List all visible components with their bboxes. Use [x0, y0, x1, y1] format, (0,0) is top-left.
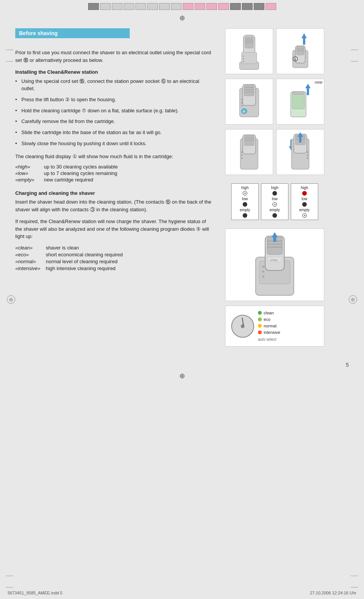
charging-text2: If required, the Clean&Renew station wil… — [15, 218, 214, 240]
normal-label: normal — [264, 324, 277, 328]
eco-label: eco — [264, 317, 271, 322]
fluid-label-low-3: low — [301, 197, 307, 201]
cleaning-table: «clean» shaver is clean «eco» short econ… — [15, 245, 214, 271]
strip-rect — [171, 3, 182, 10]
svg-point-25 — [241, 102, 243, 104]
fluid-display-text: The cleaning fluid display ① will show h… — [15, 153, 214, 160]
svg-point-55 — [262, 275, 264, 278]
svg-point-39 — [241, 154, 243, 156]
page-container: ⊕ Before shaving Prior to first use you … — [0, 0, 364, 599]
install-title: Installing the Clean&Renew station — [15, 69, 214, 75]
svg-point-38 — [241, 151, 243, 153]
level-val: new cartridge required — [44, 177, 214, 183]
footer: 5673451_9585_AMEE.indd 5 27.10.2006 12:2… — [0, 591, 364, 595]
strip-rect-pink — [195, 3, 205, 10]
fluid-label-empty: empty — [240, 208, 250, 212]
indicator-normal: normal — [258, 324, 280, 328]
cleaning-program-indicator: clean eco normal intensive — [225, 306, 324, 346]
levels-table: «high» up to 30 cleaning cycles availabl… — [15, 164, 214, 183]
fluid-label-high: high — [242, 186, 249, 190]
fluid-cell-1: high ✕ low empty — [231, 183, 259, 220]
bullet-item: Using the special cord set ⑱, connect th… — [15, 78, 214, 92]
level-val: up to 7 cleaning cycles remaining — [44, 170, 214, 176]
section-header: Before shaving — [15, 28, 130, 38]
svg-point-53 — [262, 266, 264, 268]
normal-dot — [258, 324, 262, 328]
footer-right: 27.10.2006 12:24:16 Uhr — [310, 591, 356, 595]
clean-dot — [258, 311, 262, 315]
level-key: «empty» — [15, 177, 40, 183]
level-val: up to 30 cleaning cycles available — [44, 164, 214, 170]
page-number-area: 5 — [0, 358, 364, 372]
cleaning-key: «eco» — [15, 252, 42, 257]
intro-text: Prior to first use you must connect the … — [15, 49, 214, 64]
eco-dot — [258, 317, 262, 321]
fluid-dot-empty-2 — [272, 213, 277, 218]
bullet-item: Carefully remove the lid from the cartri… — [15, 118, 214, 125]
charging-title: Charging and cleaning the shaver — [15, 190, 214, 196]
level-key: «low» — [15, 170, 40, 176]
shaver-img-left — [225, 28, 273, 74]
strip-rect-dark — [254, 3, 264, 10]
fluid-dot-empty-blink: ✕ — [302, 213, 307, 218]
svg-text:9: 9 — [243, 110, 245, 113]
margin-mark-right — [351, 61, 358, 62]
indicator-clean: clean — [258, 311, 280, 315]
right-column: 2 — [221, 28, 328, 346]
cleaning-val: shaver is clean — [46, 245, 214, 251]
svg-point-47 — [307, 151, 308, 153]
intensive-label: intensive — [264, 330, 280, 335]
new-label: new — [315, 80, 322, 84]
fluid-label-high-2: high — [271, 186, 279, 190]
cleaning-key: «intensive» — [15, 266, 42, 271]
strip-rect-pink — [218, 3, 229, 10]
fluid-dot-low — [243, 202, 247, 207]
cleaning-row: «eco» short economical cleaning required — [15, 252, 214, 257]
indicator-list: clean eco normal intensive — [258, 311, 280, 342]
svg-point-54 — [262, 270, 264, 273]
svg-text:2: 2 — [294, 58, 296, 61]
strip-rect — [112, 3, 122, 10]
page-number: 5 — [346, 362, 349, 368]
rotary-dial — [231, 315, 254, 338]
install-bullets: Using the special cord set ⑱, connect th… — [15, 78, 214, 147]
margin-mark-right — [351, 50, 358, 50]
illustration-row-1: 2 — [225, 28, 324, 74]
cartridge-img-left: 9 — [225, 79, 273, 125]
svg-point-24 — [241, 99, 243, 100]
cleaning-row: «normal» normal level of cleaning requir… — [15, 259, 214, 264]
footer-left: 5673451_9585_AMEE.indd 5 — [8, 591, 63, 595]
fluid-label-low-2: low — [272, 197, 277, 201]
strip-rect — [147, 3, 158, 10]
strip-rect-pink — [206, 3, 217, 10]
fluid-dot-empty — [243, 213, 247, 218]
fluid-label-high-3: high — [301, 186, 308, 190]
right-reg-mark: ⊕ — [349, 295, 357, 304]
svg-text:philips: philips — [270, 259, 278, 262]
svg-rect-1 — [245, 37, 253, 48]
indicator-eco: eco — [258, 317, 280, 322]
cleaning-row: «clean» shaver is clean — [15, 245, 214, 251]
bullet-item: Press the lift button ② to open the hous… — [15, 96, 214, 104]
svg-point-48 — [307, 154, 308, 156]
margin-mark — [6, 50, 13, 50]
svg-point-26 — [241, 105, 243, 107]
strip-rect — [159, 3, 170, 10]
svg-point-8 — [243, 58, 244, 60]
strip-rect-dark — [242, 3, 253, 10]
svg-rect-31 — [292, 94, 304, 109]
margin-mark — [6, 61, 13, 62]
bullet-item: Slowly close the housing by pushing it d… — [15, 140, 214, 147]
fluid-dot-low-3 — [302, 202, 307, 207]
bullet-item: Slide the cartridge into the base of the… — [15, 129, 214, 136]
top-strip — [0, 0, 364, 13]
station-open-img — [225, 129, 273, 175]
bottom-margin-left — [6, 576, 13, 576]
fluid-cell-2: high low ✕ empty — [261, 183, 288, 220]
svg-point-9 — [243, 61, 244, 62]
bullet-item: Hold the cleaning cartridge ⑦ down on a … — [15, 107, 214, 115]
fluid-label-empty-3: empty — [299, 208, 309, 212]
svg-rect-32 — [292, 91, 304, 94]
top-strip-rects — [88, 3, 276, 10]
level-key: «high» — [15, 164, 40, 170]
